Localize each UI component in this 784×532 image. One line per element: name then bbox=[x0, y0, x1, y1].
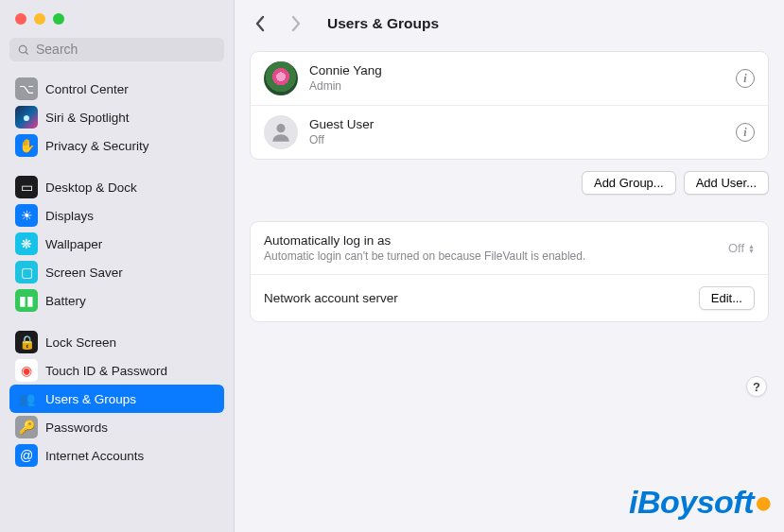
sidebar-item-control-center[interactable]: ⌥Control Center bbox=[9, 75, 224, 103]
sidebar-item-internet-accounts[interactable]: @Internet Accounts bbox=[9, 441, 224, 470]
sidebar-item-passwords[interactable]: 🔑Passwords bbox=[9, 413, 224, 441]
network-server-label: Network account server bbox=[264, 291, 699, 305]
desktop-dock-icon: ▭ bbox=[15, 176, 38, 198]
sidebar-item-label: Control Center bbox=[45, 82, 129, 96]
internet-accounts-icon: @ bbox=[15, 444, 38, 467]
header-bar: Users & Groups bbox=[250, 13, 769, 34]
sidebar-item-label: Touch ID & Password bbox=[45, 364, 167, 378]
user-role: Admin bbox=[309, 79, 736, 94]
sidebar-item-label: Privacy & Security bbox=[45, 139, 149, 153]
svg-point-0 bbox=[19, 45, 26, 53]
users-groups-icon: 👥 bbox=[15, 387, 38, 410]
displays-icon: ☀ bbox=[15, 204, 38, 227]
close-window-button[interactable] bbox=[15, 13, 26, 25]
lock-screen-icon: 🔒 bbox=[15, 331, 38, 353]
sidebar-item-label: Screen Saver bbox=[45, 266, 123, 280]
watermark-logo: iBoysoft● bbox=[629, 484, 773, 521]
sidebar-item-touch-id-password[interactable]: ◉Touch ID & Password bbox=[9, 356, 224, 385]
sidebar-item-label: Displays bbox=[45, 209, 94, 223]
sidebar-item-displays[interactable]: ☀Displays bbox=[9, 201, 224, 230]
avatar bbox=[264, 115, 298, 149]
touch-id-password-icon: ◉ bbox=[15, 359, 38, 382]
user-name: Guest User bbox=[309, 116, 736, 133]
help-button[interactable]: ? bbox=[746, 376, 767, 397]
sidebar-item-label: Passwords bbox=[45, 420, 108, 435]
sidebar-item-label: Wallpaper bbox=[45, 237, 102, 251]
search-field-container[interactable] bbox=[9, 38, 224, 61]
sidebar-item-battery[interactable]: ▮▮Battery bbox=[9, 286, 224, 315]
users-panel: Connie YangAdminiGuest UserOffi bbox=[250, 51, 769, 160]
sidebar-item-label: Internet Accounts bbox=[45, 449, 144, 463]
sidebar-item-siri-spotlight[interactable]: ●Siri & Spotlight bbox=[9, 103, 224, 131]
minimize-window-button[interactable] bbox=[34, 13, 45, 25]
stepper-icon: ▲▼ bbox=[748, 244, 755, 253]
edit-network-server-button[interactable]: Edit... bbox=[699, 286, 755, 310]
sidebar-item-users-groups[interactable]: 👥Users & Groups bbox=[9, 385, 224, 413]
network-server-row: Network account server Edit... bbox=[251, 275, 768, 321]
wallpaper-icon: ❋ bbox=[15, 232, 38, 255]
battery-icon: ▮▮ bbox=[15, 289, 38, 312]
screen-saver-icon: ▢ bbox=[15, 261, 38, 283]
control-center-icon: ⌥ bbox=[15, 77, 38, 100]
user-role: Off bbox=[309, 133, 736, 148]
sidebar-item-desktop-dock[interactable]: ▭Desktop & Dock bbox=[9, 173, 224, 201]
page-title: Users & Groups bbox=[327, 15, 439, 32]
user-action-buttons: Add Group... Add User... bbox=[250, 171, 769, 195]
sidebar-item-privacy-security[interactable]: ✋Privacy & Security bbox=[9, 131, 224, 160]
user-info-button[interactable]: i bbox=[736, 69, 755, 88]
sidebar-item-label: Battery bbox=[45, 294, 86, 308]
forward-button[interactable] bbox=[286, 13, 306, 34]
auto-login-row[interactable]: Automatically log in as Automatic login … bbox=[251, 222, 768, 275]
avatar bbox=[264, 61, 298, 95]
window-controls bbox=[9, 9, 224, 38]
zoom-window-button[interactable] bbox=[53, 13, 64, 25]
sidebar-item-label: Desktop & Dock bbox=[45, 180, 137, 195]
sidebar-item-label: Lock Screen bbox=[45, 335, 116, 350]
sidebar-item-wallpaper[interactable]: ❋Wallpaper bbox=[9, 230, 224, 258]
auto-login-value: Off ▲▼ bbox=[728, 241, 755, 255]
sidebar: ⌥Control Center●Siri & Spotlight✋Privacy… bbox=[0, 0, 235, 532]
svg-point-2 bbox=[276, 124, 285, 132]
add-user-button[interactable]: Add User... bbox=[684, 171, 769, 195]
sidebar-item-lock-screen[interactable]: 🔒Lock Screen bbox=[9, 328, 224, 356]
auto-login-label: Automatically log in as bbox=[264, 233, 728, 248]
auto-login-sub: Automatic login can't be turned on becau… bbox=[264, 249, 728, 263]
search-icon bbox=[17, 43, 30, 57]
passwords-icon: 🔑 bbox=[15, 416, 38, 438]
privacy-security-icon: ✋ bbox=[15, 134, 38, 157]
svg-line-1 bbox=[26, 51, 28, 54]
sidebar-item-label: Siri & Spotlight bbox=[45, 111, 130, 125]
main-pane: Users & Groups Connie YangAdminiGuest Us… bbox=[235, 0, 784, 532]
back-button[interactable] bbox=[250, 13, 270, 34]
user-row[interactable]: Connie YangAdmini bbox=[251, 52, 768, 106]
search-input[interactable] bbox=[36, 43, 217, 57]
siri-spotlight-icon: ● bbox=[15, 106, 38, 129]
user-info-button[interactable]: i bbox=[736, 123, 755, 142]
add-group-button[interactable]: Add Group... bbox=[582, 171, 676, 195]
sidebar-item-screen-saver[interactable]: ▢Screen Saver bbox=[9, 258, 224, 286]
user-row[interactable]: Guest UserOffi bbox=[251, 106, 768, 159]
sidebar-item-label: Users & Groups bbox=[45, 392, 136, 406]
login-settings-panel: Automatically log in as Automatic login … bbox=[250, 221, 769, 322]
user-name: Connie Yang bbox=[309, 62, 736, 79]
